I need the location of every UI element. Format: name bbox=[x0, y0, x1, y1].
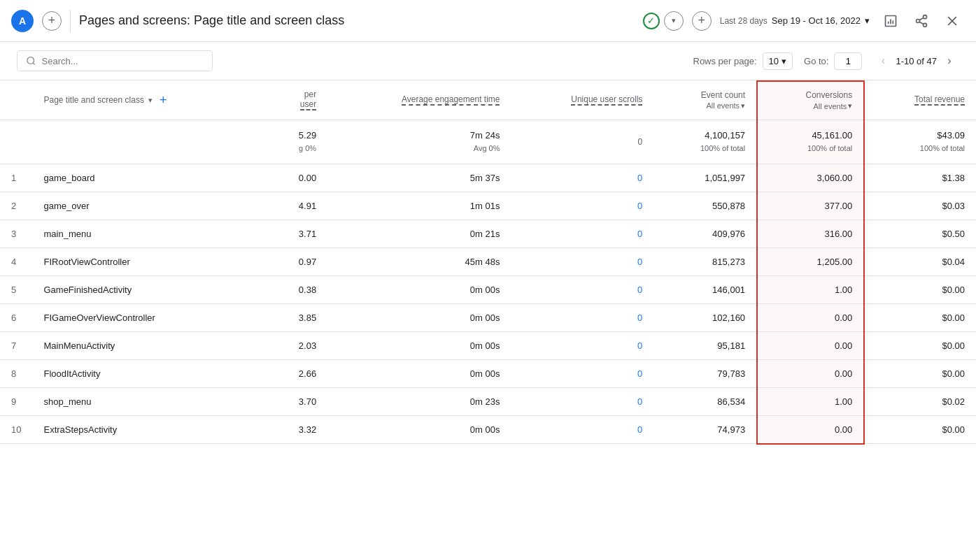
totals-col2: 5.29 g 0% bbox=[267, 120, 327, 164]
add-button[interactable]: + bbox=[42, 11, 62, 31]
table-row: 10 ExtraStepsActivity 3.32 0m 00s 0 74,9… bbox=[0, 415, 976, 444]
row-col3: 1m 01s bbox=[327, 192, 511, 220]
toolbar: Rows per page: 10 ▾ Go to: ‹ 1-10 of 47 … bbox=[0, 42, 976, 80]
row-col3: 0m 00s bbox=[327, 359, 511, 387]
th-add-column-button[interactable]: + bbox=[160, 93, 167, 108]
th-conversions-filter[interactable]: All events ▾ bbox=[814, 101, 853, 110]
add-tab-button[interactable]: + bbox=[692, 11, 712, 31]
svg-point-8 bbox=[27, 57, 34, 64]
row-num: 5 bbox=[0, 275, 32, 303]
row-num: 7 bbox=[0, 331, 32, 359]
table-row: 5 GameFinishedActivity 0.38 0m 00s 0 146… bbox=[0, 275, 976, 303]
svg-point-3 bbox=[924, 23, 927, 27]
totals-row: 5.29 g 0% 7m 24s Avg 0% 0 4,100,157 100%… bbox=[0, 120, 976, 164]
totals-col3: 7m 24s Avg 0% bbox=[327, 120, 511, 164]
row-col6: 1,205.00 bbox=[757, 247, 864, 275]
rows-per-page-select[interactable]: 10 ▾ bbox=[763, 52, 793, 70]
row-col4: 0 bbox=[511, 303, 653, 331]
search-icon bbox=[26, 55, 36, 66]
row-num: 6 bbox=[0, 303, 32, 331]
row-col5: 102,160 bbox=[653, 303, 757, 331]
row-col4: 0 bbox=[511, 220, 653, 247]
row-col7: $0.02 bbox=[864, 387, 976, 415]
th-per-user[interactable]: per user bbox=[267, 81, 327, 120]
data-table-container: Page title and screen class ▾ + per user… bbox=[0, 80, 976, 445]
row-col2: 2.03 bbox=[267, 331, 327, 359]
row-col7: $0.03 bbox=[864, 192, 976, 220]
row-col5: 74,973 bbox=[653, 415, 757, 444]
row-name: MainMenuActivity bbox=[32, 331, 267, 359]
row-col2: 2.66 bbox=[267, 359, 327, 387]
row-col4: 0 bbox=[511, 275, 653, 303]
chart-icon[interactable] bbox=[878, 8, 903, 34]
date-range-value: Sep 19 - Oct 16, 2022 bbox=[772, 15, 861, 26]
row-col6: 0.00 bbox=[757, 303, 864, 331]
rows-per-page-value: 10 bbox=[769, 56, 779, 66]
date-dropdown-arrow: ▾ bbox=[865, 15, 870, 26]
totals-col7: $43.09 100% of total bbox=[864, 120, 976, 164]
row-col6: 377.00 bbox=[757, 192, 864, 220]
table-row: 1 game_board 0.00 5m 37s 0 1,051,997 3,0… bbox=[0, 164, 976, 192]
th-conversions[interactable]: Conversions All events ▾ bbox=[757, 81, 864, 120]
row-name: game_over bbox=[32, 192, 267, 220]
share-icon[interactable] bbox=[909, 8, 934, 34]
row-col4: 0 bbox=[511, 164, 653, 192]
row-name: ExtraStepsActivity bbox=[32, 415, 267, 444]
totals-col5: 4,100,157 100% of total bbox=[653, 120, 757, 164]
th-avg-engagement[interactable]: Average engagement time bbox=[327, 81, 511, 120]
row-num: 8 bbox=[0, 359, 32, 387]
row-num: 4 bbox=[0, 247, 32, 275]
row-num: 10 bbox=[0, 415, 32, 444]
user-avatar[interactable]: A bbox=[11, 10, 34, 32]
row-col4: 0 bbox=[511, 192, 653, 220]
row-col3: 0m 00s bbox=[327, 275, 511, 303]
event-dropdown-arrow: ▾ bbox=[741, 101, 745, 110]
row-col3: 45m 48s bbox=[327, 247, 511, 275]
badge-dropdown-button[interactable]: ▾ bbox=[664, 11, 684, 31]
header-right: Last 28 days Sep 19 - Oct 16, 2022 ▾ bbox=[720, 8, 965, 34]
table-row: 8 FloodItActivity 2.66 0m 00s 0 79,783 0… bbox=[0, 359, 976, 387]
svg-line-9 bbox=[33, 63, 35, 65]
date-range-picker[interactable]: Last 28 days Sep 19 - Oct 16, 2022 ▾ bbox=[720, 15, 870, 26]
row-col2: 0.97 bbox=[267, 247, 327, 275]
th-total-revenue[interactable]: Total revenue bbox=[864, 81, 976, 120]
svg-point-2 bbox=[917, 19, 920, 22]
row-col3: 0m 00s bbox=[327, 331, 511, 359]
row-col4: 0 bbox=[511, 415, 653, 444]
th-per-user-label: per user bbox=[300, 89, 316, 110]
th-event-count[interactable]: Event count All events ▾ bbox=[653, 81, 757, 120]
search-input[interactable] bbox=[42, 56, 204, 66]
row-col2: 3.71 bbox=[267, 220, 327, 247]
check-badge: ✓ bbox=[643, 13, 660, 29]
row-col5: 86,534 bbox=[653, 387, 757, 415]
goto-input[interactable] bbox=[834, 52, 862, 70]
totals-num bbox=[0, 120, 32, 164]
row-col7: $0.00 bbox=[864, 303, 976, 331]
title-badge: ✓ ▾ bbox=[643, 11, 684, 31]
row-col5: 1,051,997 bbox=[653, 164, 757, 192]
row-name: main_menu bbox=[32, 220, 267, 247]
th-unique-scrolls[interactable]: Unique user scrolls bbox=[511, 81, 653, 120]
row-col6: 0.00 bbox=[757, 359, 864, 387]
row-col7: $0.00 bbox=[864, 359, 976, 387]
th-conversions-label: Conversions bbox=[806, 90, 853, 100]
row-col3: 0m 21s bbox=[327, 220, 511, 247]
next-page-button[interactable]: › bbox=[940, 51, 959, 71]
goto-section: Go to: bbox=[804, 52, 862, 70]
svg-line-4 bbox=[919, 22, 924, 24]
svg-point-1 bbox=[924, 15, 927, 18]
th-page-title[interactable]: Page title and screen class ▾ + bbox=[32, 81, 267, 120]
th-total-revenue-label: Total revenue bbox=[914, 94, 965, 106]
table-row: 7 MainMenuActivity 2.03 0m 00s 0 95,181 … bbox=[0, 331, 976, 359]
svg-line-5 bbox=[919, 17, 924, 20]
row-num: 3 bbox=[0, 220, 32, 247]
row-num: 1 bbox=[0, 164, 32, 192]
row-col4: 0 bbox=[511, 331, 653, 359]
prev-page-button[interactable]: ‹ bbox=[873, 51, 893, 71]
row-col5: 146,001 bbox=[653, 275, 757, 303]
close-icon[interactable] bbox=[940, 8, 965, 34]
search-box[interactable] bbox=[17, 50, 213, 71]
row-col3: 5m 37s bbox=[327, 164, 511, 192]
row-col2: 4.91 bbox=[267, 192, 327, 220]
th-event-count-filter[interactable]: All events ▾ bbox=[706, 101, 745, 110]
